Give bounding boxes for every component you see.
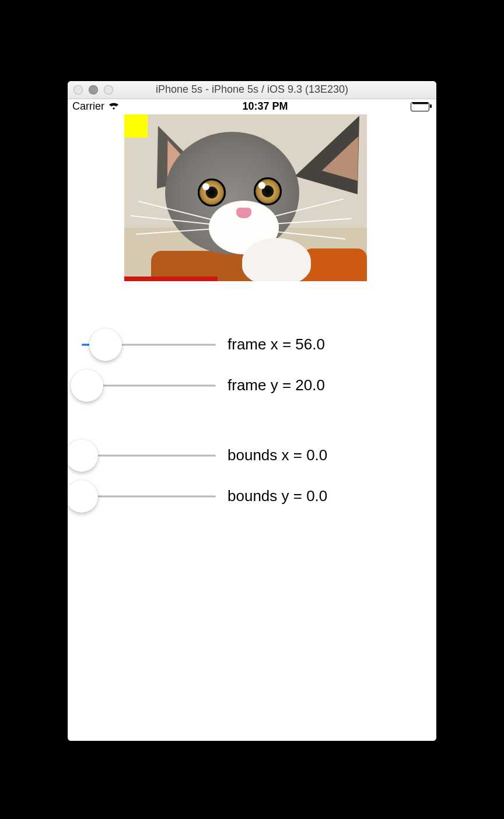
sliders-group: frame x = 56.0 frame y = 20.0 [82, 324, 422, 517]
slider-thumb[interactable] [68, 480, 98, 513]
minimize-icon[interactable] [89, 85, 98, 94]
traffic-lights [74, 85, 119, 94]
slider-frame-x[interactable] [82, 328, 216, 361]
status-right [411, 102, 429, 111]
status-bar: Carrier 10:37 PM [68, 99, 436, 114]
clock-label: 10:37 PM [242, 100, 288, 113]
slider-thumb[interactable] [71, 369, 103, 402]
slider-bounds-y[interactable] [82, 480, 216, 513]
slider-thumb[interactable] [89, 328, 122, 361]
window-titlebar[interactable]: iPhone 5s - iPhone 5s / iOS 9.3 (13E230) [68, 81, 436, 99]
origin-marker [124, 114, 148, 138]
zoom-icon[interactable] [104, 85, 113, 94]
simulator-window: iPhone 5s - iPhone 5s / iOS 9.3 (13E230)… [68, 81, 436, 741]
status-left: Carrier [72, 100, 120, 113]
label-bounds-x: bounds x = 0.0 [228, 446, 327, 464]
label-bounds-y: bounds y = 0.0 [228, 487, 327, 505]
slider-frame-y[interactable] [82, 369, 216, 402]
label-frame-x: frame x = 56.0 [228, 335, 325, 354]
image-view [124, 114, 367, 281]
label-frame-y: frame y = 20.0 [228, 376, 325, 394]
carrier-label: Carrier [72, 100, 104, 113]
device-screen: Carrier 10:37 PM [68, 99, 436, 741]
slider-row-bounds-x: bounds x = 0.0 [82, 435, 422, 476]
battery-icon [411, 102, 429, 111]
slider-row-bounds-y: bounds y = 0.0 [82, 476, 422, 517]
slider-row-frame-x: frame x = 56.0 [82, 324, 422, 365]
slider-thumb[interactable] [68, 439, 98, 472]
window-title: iPhone 5s - iPhone 5s / iOS 9.3 (13E230) [68, 83, 436, 96]
app-viewport: frame x = 56.0 frame y = 20.0 [68, 114, 436, 741]
wifi-icon [108, 101, 120, 113]
close-icon[interactable] [74, 85, 83, 94]
slider-row-frame-y: frame y = 20.0 [82, 365, 422, 406]
slider-bounds-x[interactable] [82, 439, 216, 472]
